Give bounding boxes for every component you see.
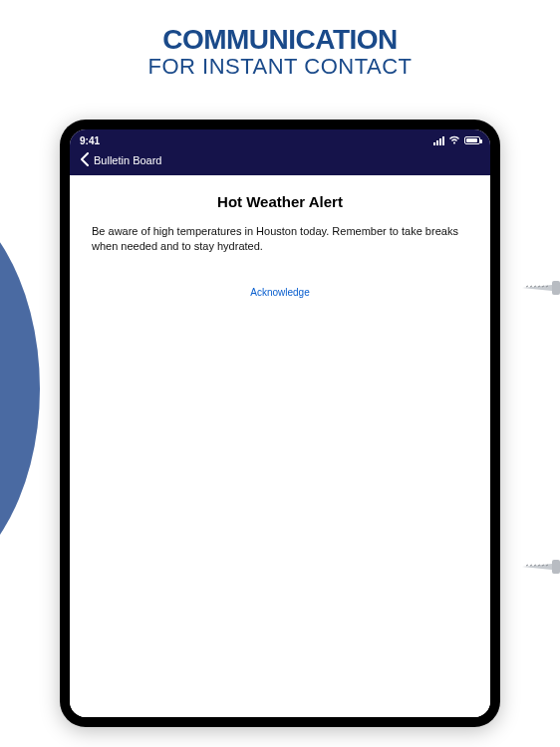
screw-icon bbox=[522, 558, 560, 580]
back-chevron-icon[interactable] bbox=[80, 152, 90, 168]
promo-headline: COMMUNICATION FOR INSTANT CONTACT bbox=[0, 0, 560, 80]
alert-title: Hot Weather Alert bbox=[92, 193, 468, 210]
nav-bar: Bulletin Board bbox=[80, 147, 480, 169]
decorative-circle bbox=[0, 189, 40, 588]
promo-line1: COMMUNICATION bbox=[0, 24, 560, 56]
battery-icon bbox=[464, 136, 480, 144]
screw-icon bbox=[522, 279, 560, 301]
acknowledge-button[interactable]: Acknowledge bbox=[250, 287, 309, 298]
alert-body: Be aware of high temperatures in Houston… bbox=[92, 224, 468, 255]
wifi-icon bbox=[448, 135, 460, 146]
promo-line2: FOR INSTANT CONTACT bbox=[0, 54, 560, 80]
tablet-frame: 9:41 Bulletin Board Hot Weather Alert Be… bbox=[60, 120, 500, 727]
status-bar: 9:41 bbox=[80, 133, 480, 147]
device-header: 9:41 Bulletin Board bbox=[70, 129, 490, 175]
signal-icon bbox=[433, 136, 444, 145]
svg-rect-0 bbox=[552, 281, 560, 295]
content-area: Hot Weather Alert Be aware of high tempe… bbox=[70, 175, 490, 717]
status-indicators bbox=[433, 135, 480, 146]
svg-rect-1 bbox=[552, 560, 560, 574]
tablet-screen: 9:41 Bulletin Board Hot Weather Alert Be… bbox=[70, 129, 490, 717]
status-time: 9:41 bbox=[80, 135, 100, 146]
nav-back-label[interactable]: Bulletin Board bbox=[94, 154, 162, 166]
